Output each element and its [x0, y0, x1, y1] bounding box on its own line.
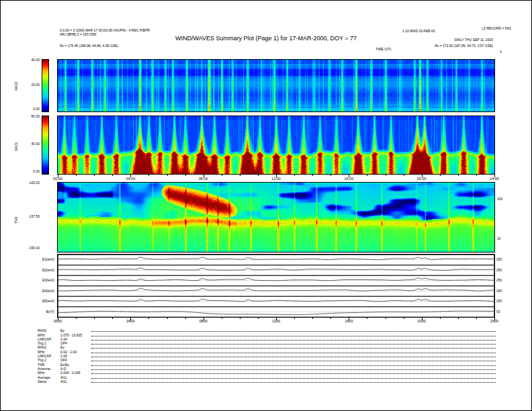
time-tick-bottom [367, 318, 367, 319]
time-tick-mid [458, 175, 459, 176]
time-tick-mid [112, 175, 113, 176]
line-panel-right-label: 50 [496, 310, 500, 314]
legend-key: MHz: [38, 350, 60, 354]
time-tick-bottom [222, 318, 222, 319]
time-tick-bottom [148, 318, 149, 319]
time-tick-bottom [404, 318, 404, 319]
rad2-colorbar-tick-label: 40.00 [22, 58, 40, 62]
mid-axis-tick-label: 00:00 [53, 177, 62, 181]
lz-record-note: LZ RECORD = N01 [482, 26, 511, 30]
time-tick-bottom [458, 318, 459, 319]
legend-dots [91, 340, 496, 340]
time-tick-mid [240, 175, 240, 176]
line-panel-label: E3(keV) [25, 278, 54, 282]
legend-dots [91, 348, 496, 349]
wind-waves-summary-page: 0.0.00 = 3 (2000 MAR 17 00:00) 80 (%UPN)… [0, 0, 532, 411]
time-tick-mid [94, 175, 95, 176]
mid-axis-tick-label: 08:00 [199, 177, 208, 181]
time-tick-mid [185, 175, 186, 176]
legend-key: Trig 1: [38, 341, 60, 345]
time-tick-mid [76, 175, 77, 176]
time-tick-mid [440, 175, 441, 176]
rad2-colorbar-tick-label: 0.00 [22, 107, 40, 111]
page-title: WIND/WAVES Summary Plot (Page 1) for 17-… [1, 35, 531, 42]
legend-value: Ey [60, 345, 90, 349]
legend-value: 1.04 [60, 354, 90, 358]
legend-key: LIM/CAP: [38, 354, 60, 358]
legend-block: RAD2EyMHz:1.075 - 13.825LIM/CAP:1.04Trig… [38, 328, 497, 383]
time-tick-bottom [476, 318, 477, 319]
legend-dots [91, 378, 496, 379]
time-tick-bottom [422, 318, 423, 320]
time-tick-mid [148, 175, 149, 176]
mid-axis-tick-label: 12:00 [271, 177, 281, 181]
legend-dots [91, 344, 496, 345]
legend-dots [91, 331, 496, 332]
tnr-left-tick-label: -150.00 [19, 246, 40, 250]
rad2-colorbar-tick-label: 20.00 [22, 83, 40, 87]
tnr-panel-label: TNR [14, 217, 18, 224]
line-panel-label: E5(keV) [25, 299, 54, 303]
legend-dots [91, 353, 496, 353]
time-tick-bottom [494, 318, 495, 320]
legend-value: 0.02 - 1.04 [60, 350, 90, 354]
time-tick-bottom [130, 318, 131, 320]
mid-axis-tick-label: 20:00 [417, 177, 427, 181]
time-tick-mid [330, 175, 331, 176]
tnr-right-tick-label: 10 [497, 236, 501, 240]
legend-key: LIM/CAP: [38, 337, 60, 341]
rad2-colorbar [42, 59, 49, 112]
legend-dots [91, 382, 496, 383]
legend-value: A-D [60, 367, 90, 371]
legend-dots [91, 357, 496, 357]
tnr-left-tick-label: -125.00 [19, 181, 40, 185]
rad1-spectrogram [57, 116, 495, 175]
legend-key: Antenna: [38, 367, 60, 371]
time-tick-bottom [167, 318, 168, 319]
time-tick-bottom [185, 318, 186, 319]
legend-key: Average: [38, 375, 60, 379]
legend-dots [91, 361, 496, 361]
legend-value: OFF [60, 358, 90, 362]
time-tick-mid [276, 175, 277, 177]
legend-value: 1.075 - 13.825 [60, 333, 90, 337]
print-date: DAILY THU SEP 11, 2003 [455, 38, 493, 42]
rad1-colorbar-tick-label: 80.00 [22, 114, 40, 118]
line-panel-label: B(nT) [25, 310, 54, 314]
line-panel-right-label: 250 [496, 268, 502, 272]
line-panel-right-label: 250 [496, 278, 502, 282]
legend-value: 1.04 [60, 337, 90, 341]
time-tick-mid [312, 175, 313, 176]
time-tick-mid [476, 175, 477, 176]
legend-value: AGL [60, 379, 90, 383]
legend-value: Ey [60, 328, 90, 332]
legend-key: Trig 1: [38, 358, 60, 362]
spacecraft-position-start: Rs = 175.45 (188.98, 44.86, 4.08 GSE) [60, 44, 118, 48]
rad1-panel-label: RAD1 [14, 142, 18, 151]
legend-key: RAD1 [38, 345, 60, 349]
legend-dots [91, 373, 496, 374]
time-tick-bottom [440, 318, 441, 319]
mid-axis-tick-label: 16:00 [344, 177, 353, 181]
legend-line: Samp:AGL [38, 379, 497, 383]
legend-key: MHz: [38, 371, 60, 375]
time-tick-bottom [312, 318, 313, 319]
line-panel-right-label: 250 [496, 299, 502, 303]
tnr-left-tick-label: -137.50 [19, 214, 40, 218]
rad2-spectrogram [57, 59, 495, 112]
time-tick-bottom [204, 318, 204, 320]
version-note: 1.10 WND 23-FEB-00 [402, 29, 435, 33]
right-unit-label: V [500, 50, 502, 54]
legend-dots [91, 336, 496, 336]
time-tick-mid [130, 175, 131, 177]
time-tick-mid [294, 175, 295, 176]
rad1-colorbar-tick-label: 0.00 [22, 169, 40, 173]
tnr-right-tick-label: 100 [497, 197, 502, 201]
time-tick-mid [367, 175, 367, 176]
legend-value: AGL [60, 375, 90, 379]
rad1-colorbar-tick-label: 40.00 [22, 142, 40, 146]
line-plot-panels [57, 254, 495, 318]
time-tick-bottom [276, 318, 277, 320]
line-panel-label: E4(keV) [25, 289, 54, 293]
legend-key: Samp: [38, 379, 60, 383]
